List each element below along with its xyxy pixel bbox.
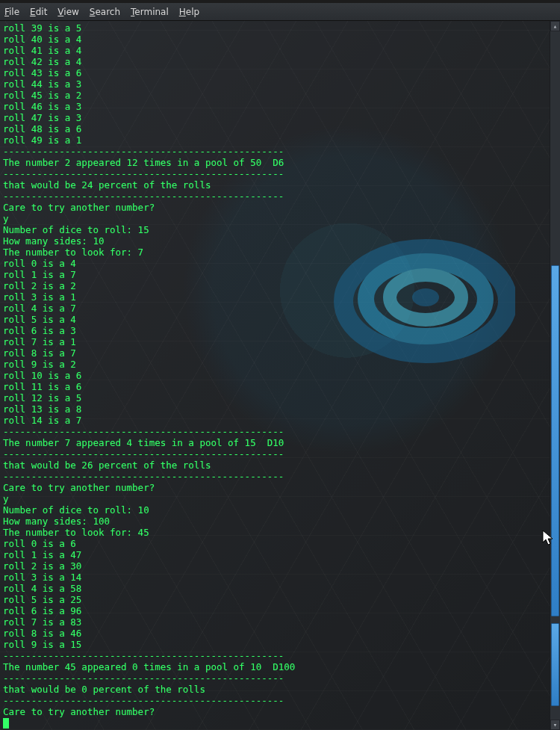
menu-bar: File Edit View Search Terminal Help	[0, 3, 560, 21]
menu-view[interactable]: View	[57, 7, 78, 17]
menu-search[interactable]: Search	[90, 7, 120, 17]
scroll-thumb[interactable]	[551, 265, 559, 616]
menu-terminal[interactable]: Terminal	[131, 7, 169, 17]
menu-help[interactable]: Help	[179, 7, 199, 17]
vertical-scrollbar[interactable]: ▴ ▾	[550, 21, 560, 730]
scroll-up-arrow-icon[interactable]: ▴	[550, 21, 560, 31]
scroll-thumb[interactable]	[551, 623, 559, 706]
terminal-output[interactable]: roll 39 is a 5 roll 40 is a 4 roll 41 is…	[0, 21, 550, 730]
scroll-down-arrow-icon[interactable]: ▾	[550, 720, 560, 730]
terminal-area: roll 39 is a 5 roll 40 is a 4 roll 41 is…	[0, 21, 560, 730]
terminal-cursor	[3, 718, 9, 729]
terminal-window: File Edit View Search Terminal Help roll…	[0, 0, 560, 730]
scroll-track[interactable]	[550, 31, 560, 720]
menu-file[interactable]: File	[4, 7, 19, 17]
menu-edit[interactable]: Edit	[30, 7, 47, 17]
